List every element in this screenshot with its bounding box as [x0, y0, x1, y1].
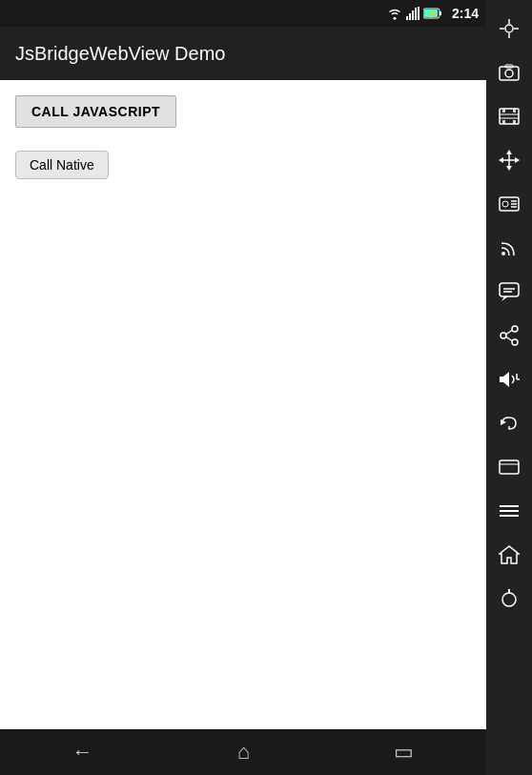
- svg-marker-27: [506, 166, 512, 171]
- svg-rect-36: [500, 283, 519, 296]
- svg-rect-14: [500, 67, 519, 80]
- share-sidebar-icon[interactable]: [488, 315, 530, 357]
- svg-rect-1: [409, 13, 411, 20]
- main-content: CALL JAVASCRIPT Call Native: [0, 80, 486, 729]
- home-nav-icon[interactable]: ⌂: [237, 740, 250, 765]
- svg-rect-49: [500, 460, 519, 474]
- svg-rect-19: [513, 109, 516, 112]
- call-native-button[interactable]: Call Native: [15, 151, 109, 179]
- svg-marker-26: [506, 150, 512, 154]
- back-nav-icon[interactable]: ←: [72, 740, 93, 765]
- status-bar: ⚡ 2:14: [0, 0, 486, 27]
- svg-point-42: [512, 339, 518, 345]
- svg-rect-18: [502, 109, 505, 112]
- gps-sidebar-icon[interactable]: [488, 8, 530, 50]
- rss-sidebar-icon[interactable]: [488, 227, 530, 269]
- svg-rect-2: [412, 10, 414, 20]
- camera-sidebar-icon[interactable]: [488, 51, 530, 93]
- film-sidebar-icon[interactable]: [488, 95, 530, 137]
- svg-point-55: [502, 593, 516, 606]
- right-sidebar: [486, 0, 532, 775]
- call-javascript-button[interactable]: CALL JAVASCRIPT: [15, 95, 176, 128]
- svg-rect-4: [418, 7, 419, 20]
- wifi-icon: [387, 7, 402, 20]
- svg-line-43: [506, 331, 512, 335]
- svg-text:⚡: ⚡: [428, 10, 438, 19]
- svg-marker-54: [500, 546, 519, 563]
- app-bar: JsBridgeWebView Demo: [0, 27, 486, 80]
- undo-sidebar-icon[interactable]: [488, 402, 530, 444]
- window-sidebar-icon[interactable]: [488, 446, 530, 488]
- svg-rect-20: [502, 120, 505, 124]
- svg-point-41: [501, 333, 506, 338]
- move-sidebar-icon[interactable]: [488, 139, 530, 181]
- menu-sidebar-icon[interactable]: [488, 490, 530, 532]
- status-time: 2:14: [452, 6, 479, 21]
- status-icons: ⚡: [387, 7, 442, 20]
- signal-icon: [406, 7, 419, 20]
- svg-line-44: [506, 337, 512, 341]
- svg-point-31: [502, 201, 508, 207]
- battery-charging-icon: ⚡: [423, 8, 442, 19]
- app-title: JsBridgeWebView Demo: [15, 43, 225, 65]
- svg-point-15: [505, 70, 513, 77]
- svg-rect-6: [440, 11, 441, 15]
- volume-sidebar-icon[interactable]: [488, 358, 530, 400]
- svg-point-9: [505, 25, 513, 32]
- svg-rect-21: [513, 120, 516, 124]
- svg-rect-3: [415, 8, 417, 20]
- id-sidebar-icon[interactable]: [488, 183, 530, 225]
- svg-point-40: [512, 326, 518, 332]
- svg-point-35: [501, 252, 505, 255]
- nav-bar: ← ⌂ ▭: [0, 729, 486, 775]
- svg-rect-0: [406, 16, 408, 20]
- svg-marker-28: [499, 157, 503, 163]
- chat-sidebar-icon[interactable]: [488, 271, 530, 313]
- power-sidebar-icon[interactable]: [488, 578, 530, 620]
- svg-marker-29: [515, 157, 520, 163]
- home-sidebar-icon[interactable]: [488, 534, 530, 576]
- recent-nav-icon[interactable]: ▭: [394, 740, 414, 765]
- svg-marker-45: [500, 372, 509, 387]
